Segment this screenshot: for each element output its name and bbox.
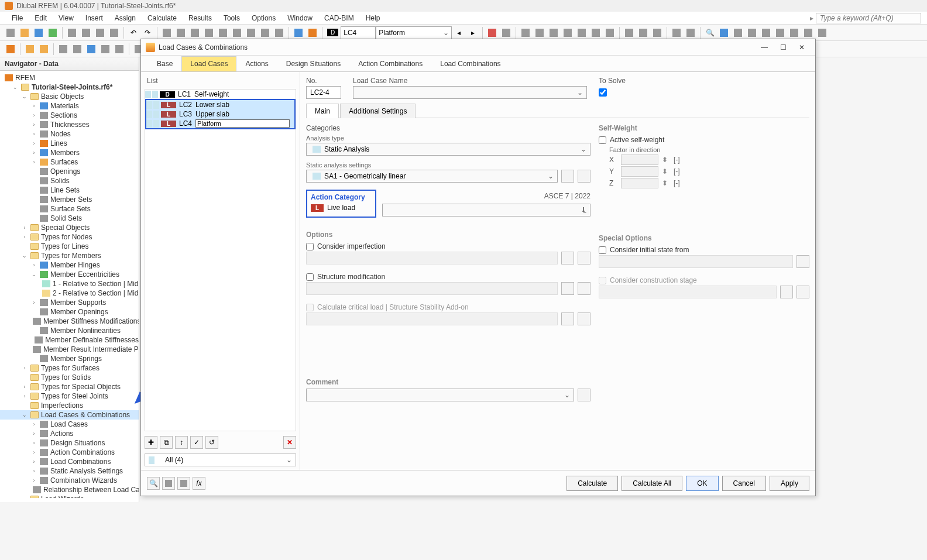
tree-member-respts[interactable]: Member Result Intermediate Points	[0, 345, 139, 354]
sec-tool-2-icon[interactable]	[23, 43, 36, 56]
tree-lcc-loadcases[interactable]: ›Load Cases	[0, 420, 139, 429]
save-icon[interactable]	[32, 26, 45, 39]
search-icon[interactable]: 🔍	[703, 26, 716, 39]
menu-insert[interactable]: Insert	[80, 12, 109, 24]
view5-icon[interactable]	[217, 26, 229, 39]
view9-icon[interactable]	[273, 26, 286, 39]
open-file-icon[interactable]	[18, 26, 31, 39]
next-lc-icon[interactable]: ▸	[466, 26, 479, 39]
sas-combo[interactable]: SA1 - Geometrically linear⌄	[306, 170, 558, 183]
footer-fx-button[interactable]: fx	[193, 477, 205, 490]
layers-icon[interactable]	[746, 26, 758, 39]
minimize-button[interactable]: —	[756, 42, 773, 53]
view6-icon[interactable]	[231, 26, 243, 39]
tool-k-icon[interactable]	[670, 26, 683, 39]
tree-types-special[interactable]: ›Types for Special Objects	[0, 382, 139, 391]
tree-lcc-ac[interactable]: ›Action Combinations	[0, 448, 139, 457]
help-icon[interactable]	[788, 26, 801, 39]
sec-tool-7-icon[interactable]	[99, 43, 112, 56]
tool-b-icon[interactable]	[533, 26, 546, 39]
tool-l-icon[interactable]	[684, 26, 697, 39]
tree-member-springs[interactable]: Member Springs	[0, 354, 139, 363]
sp-initialstate-check[interactable]	[599, 246, 606, 254]
menu-tools[interactable]: Tools	[218, 12, 246, 24]
tree-root[interactable]: RFEM	[0, 73, 139, 83]
tree-openings[interactable]: Openings	[0, 167, 139, 176]
tree-surfacesets[interactable]: Surface Sets	[0, 204, 139, 214]
maximize-button[interactable]: ☐	[774, 42, 792, 53]
tree-lcc-lc[interactable]: ›Load Combinations	[0, 457, 139, 466]
modules-icon[interactable]	[802, 26, 815, 39]
preview-icon[interactable]	[108, 26, 121, 39]
menu-window[interactable]: Window	[281, 12, 318, 24]
loads-icon[interactable]	[292, 26, 305, 39]
lc-name-edit[interactable]	[194, 119, 294, 128]
sp1-edit[interactable]	[796, 255, 809, 268]
tree-membersets[interactable]: Member Sets	[0, 195, 139, 204]
menu-file[interactable]: File	[6, 12, 29, 24]
paste-icon[interactable]	[80, 26, 92, 39]
filter1-icon[interactable]	[486, 26, 499, 39]
sec-tool-3-icon[interactable]	[37, 43, 50, 56]
tool-i-icon[interactable]	[637, 26, 650, 39]
menu-cadbim[interactable]: CAD-BIM	[318, 12, 360, 24]
tree-surfaces[interactable]: ›Surfaces	[0, 157, 139, 167]
list-new-button[interactable]: ✚	[145, 436, 157, 449]
lcname-combo[interactable]: ⌄	[353, 86, 587, 99]
tree-types-members[interactable]: ⌄Types for Members	[0, 251, 139, 260]
tree-materials[interactable]: ›Materials	[0, 101, 139, 111]
sec-tool-6-icon[interactable]	[85, 43, 98, 56]
copy-icon[interactable]	[66, 26, 78, 39]
sp2-a[interactable]	[780, 286, 793, 298]
tree-types-steeljoints[interactable]: ›Types for Steel Joints	[0, 391, 139, 401]
info-icon[interactable]	[816, 26, 829, 39]
sec-tool-4-icon[interactable]	[57, 43, 70, 56]
tree-solids[interactable]: Solids	[0, 176, 139, 185]
tree-ecc-1[interactable]: 1 - Relative to Section | Middle -	[0, 279, 139, 288]
lc-row-3[interactable]: L LC3 Upper slab	[146, 109, 294, 119]
tree-lines[interactable]: ›Lines	[0, 139, 139, 148]
close-button[interactable]: ✕	[793, 42, 811, 53]
tree-imperfections[interactable]: Imperfections	[0, 401, 139, 410]
menu-assign[interactable]: Assign	[109, 12, 142, 24]
cloud-icon[interactable]	[717, 26, 730, 39]
redo-icon[interactable]: ↷	[141, 26, 154, 39]
list-copy-button[interactable]: ⧉	[160, 436, 173, 449]
keyword-input[interactable]	[816, 13, 921, 23]
opt3-edit[interactable]	[578, 312, 590, 325]
tree-nodes[interactable]: ›Nodes	[0, 129, 139, 139]
sas-edit-button[interactable]	[578, 170, 590, 183]
tool-h-icon[interactable]	[623, 26, 636, 39]
lc-row-1[interactable]: D LC1 Self-weight	[145, 90, 296, 99]
view4-icon[interactable]	[202, 26, 215, 39]
menu-calculate[interactable]: Calculate	[142, 12, 183, 24]
tab-load-combinations[interactable]: Load Combinations	[431, 56, 509, 71]
footer-tool2-button[interactable]	[177, 477, 190, 490]
tree-types-solids[interactable]: Types for Solids	[0, 373, 139, 382]
tree-lcc-cw[interactable]: ›Combination Wizards	[0, 476, 139, 485]
comment-edit[interactable]	[578, 389, 590, 401]
filter2-icon[interactable]	[500, 26, 513, 39]
view2-icon[interactable]	[174, 26, 187, 39]
script-icon[interactable]	[46, 26, 59, 39]
new-file-icon[interactable]	[4, 26, 17, 39]
tool-j-icon[interactable]	[651, 26, 664, 39]
sec-tool-5-icon[interactable]	[71, 43, 84, 56]
comment-combo[interactable]: ⌄	[306, 389, 574, 401]
menu-view[interactable]: View	[53, 12, 80, 24]
cancel-button[interactable]: Cancel	[722, 476, 766, 491]
tab-actions[interactable]: Actions	[236, 56, 277, 71]
tool-f-icon[interactable]	[589, 26, 602, 39]
tree-member-supports[interactable]: ›Member Supports	[0, 298, 139, 307]
lc-row-2[interactable]: L LC2 Lower slab	[146, 100, 294, 109]
sp2-b[interactable]	[796, 286, 809, 298]
tab-action-combinations[interactable]: Action Combinations	[349, 56, 431, 71]
menu-results[interactable]: Results	[183, 12, 218, 24]
tool-g-icon[interactable]	[603, 26, 616, 39]
tree-load-wizards[interactable]: ›Load Wizards	[0, 494, 139, 498]
footer-find-button[interactable]: 🔍	[147, 477, 160, 490]
tool-e-icon[interactable]	[575, 26, 588, 39]
gear-icon[interactable]	[732, 26, 744, 39]
tree-solidsets[interactable]: Solid Sets	[0, 214, 139, 223]
no-input[interactable]	[306, 86, 341, 99]
